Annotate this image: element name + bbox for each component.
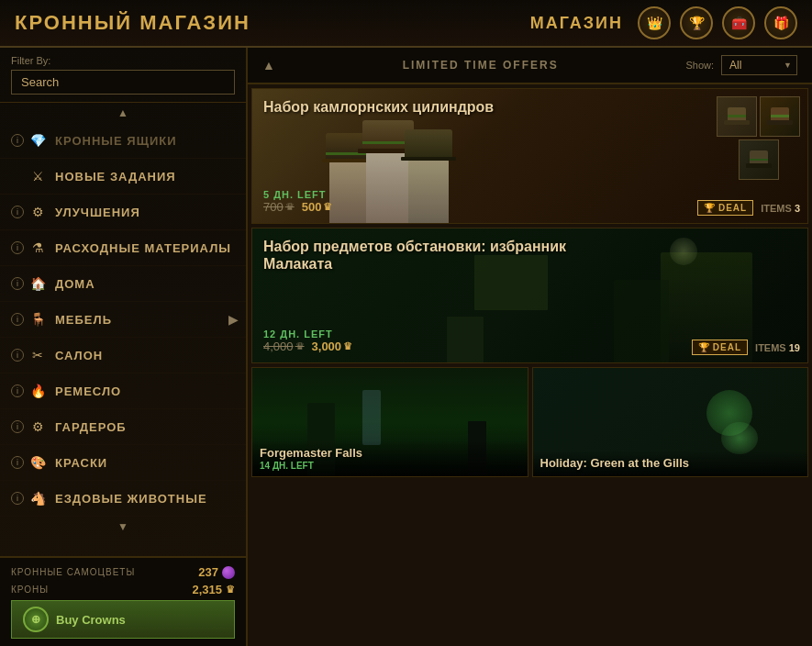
wardrobe-label: ГАРДЕРОБ (55, 420, 127, 434)
buy-crowns-label: Buy Crowns (56, 613, 126, 627)
crafting-icon: 🔥 (28, 381, 48, 401)
buy-crowns-icon: ⊕ (23, 607, 49, 632)
items-count-badge: ITEMS 3 (761, 203, 800, 214)
crown-crates-label: КРОННЫЕ ЯЩИКИ (55, 134, 177, 148)
header-right: МАГАЗИН 👑 🏆 🧰 🎁 (530, 6, 797, 39)
quests-icon: ⚔ (28, 166, 48, 186)
sidebar-filter: Filter By: (0, 48, 246, 103)
crown-crates-icon: 💎 (28, 130, 48, 150)
crown-icon-sale: ♛ (323, 201, 332, 213)
sidebar-item-upgrades[interactable]: i ⚙ УЛУЧШЕНИЯ (0, 195, 246, 230)
items-list: Набор камлорнских цилиндров 5 ДН. LEFT 7… (248, 84, 812, 646)
sidebar-item-mounts[interactable]: i 🐴 ЕЗДОВЫЕ ЖИВОТНЫЕ (0, 481, 246, 517)
mounts-label: ЕЗДОВЫЕ ЖИВОТНЫЕ (55, 492, 207, 506)
item-malakata-pricing: 4,000 ♛ 3,000 ♛ (263, 340, 574, 353)
malakata-deal-badge: 🏆 DEAL (692, 340, 748, 355)
content-header: ▲ LIMITED TIME OFFERS Show: All Featured… (248, 48, 812, 84)
info-icon: i (11, 492, 24, 505)
show-select[interactable]: All Featured New (721, 55, 797, 75)
search-input[interactable] (11, 70, 235, 95)
sidebar-item-wardrobe[interactable]: i ⚙ ГАРДЕРОБ (0, 409, 246, 445)
section-title: LIMITED TIME OFFERS (403, 59, 559, 72)
info-icon: i (11, 420, 24, 433)
info-icon: i (11, 313, 24, 326)
chest-icon-btn[interactable]: 🧰 (722, 6, 755, 39)
wardrobe-icon: ⚙ (28, 417, 48, 437)
consumables-icon: ⚗ (28, 238, 48, 258)
furniture-icon: 🪑 (28, 309, 48, 329)
hat-bundle-badges: 🏆 DEAL ITEMS 3 (697, 200, 800, 216)
deal-badge: 🏆 DEAL (697, 200, 753, 216)
gift-icon-btn[interactable]: 🎁 (764, 6, 797, 39)
store-label: МАГАЗИН (530, 14, 623, 33)
dyes-icon: 🎨 (28, 452, 48, 473)
mini-hat-icon (767, 107, 793, 126)
new-quests-label: НОВЫЕ ЗАДАНИЯ (55, 170, 176, 184)
store-item-holiday-green[interactable]: Holiday: Green at the Gills (532, 367, 809, 477)
item-malakata-name: Набор предметов обстановки: избранник Ма… (263, 238, 574, 273)
crown-store-icon-btn[interactable]: 👑 (638, 6, 671, 39)
crown-icon-original: ♛ (285, 201, 295, 213)
info-icon: i (11, 384, 24, 397)
sidebar-item-consumables[interactable]: i ⚗ РАСХОДНЫЕ МАТЕРИАЛЫ (0, 230, 246, 266)
nav-scroll-down[interactable]: ▼ (0, 517, 246, 537)
sidebar-item-furniture[interactable]: i 🪑 МЕБЕЛЬ ▶ (0, 302, 246, 338)
mounts-icon: 🐴 (28, 488, 48, 508)
holiday-green-content: Holiday: Green at the Gills (533, 451, 808, 476)
nav-scroll-up[interactable]: ▲ (0, 103, 246, 123)
crafting-label: РЕМЕСЛО (55, 384, 121, 398)
hat-bundle-original-price: 700 ♛ (263, 200, 295, 214)
sidebar-item-salon[interactable]: i ✂ САЛОН (0, 338, 246, 373)
upgrades-icon: ⚙ (28, 202, 48, 222)
info-icon: i (11, 134, 24, 147)
sidebar-item-crown-crates[interactable]: i 💎 КРОННЫЕ ЯЩИКИ (0, 123, 246, 159)
crowns-row: КРОНЫ 2,315 ♛ (11, 583, 235, 596)
content-scroll-up[interactable]: ▲ (262, 58, 275, 72)
holiday-green-name: Holiday: Green at the Gills (540, 456, 801, 471)
show-select-wrapper: All Featured New (721, 55, 797, 75)
trophy-deal-icon: 🏆 (704, 203, 716, 213)
salon-icon: ✂ (28, 345, 48, 365)
mini-hat-icon (724, 107, 750, 126)
store-item-forgemaster[interactable]: Forgemaster Falls 14 ДН. LEFT (251, 367, 528, 477)
item-hat-bundle-pricing: 700 ♛ 500 ♛ (263, 200, 574, 214)
sidebar-item-homes[interactable]: i 🏠 ДОМА (0, 266, 246, 302)
mini-hat-icon (746, 150, 772, 169)
small-items-row: Forgemaster Falls 14 ДН. LEFT Holiday: G… (251, 367, 808, 477)
sidebar-nav: ▲ i 💎 КРОННЫЕ ЯЩИКИ i ⚔ НОВЫЕ ЗАДАНИЯ i … (0, 103, 246, 556)
sidebar-item-dyes[interactable]: i 🎨 КРАСКИ (0, 445, 246, 481)
sidebar-item-crafting[interactable]: i 🔥 РЕМЕСЛО (0, 373, 246, 409)
content-area: ▲ LIMITED TIME OFFERS Show: All Featured… (248, 48, 812, 646)
header: КРОННЫЙ МАГАЗИН МАГАЗИН 👑 🏆 🧰 🎁 (0, 0, 812, 48)
store-item-hat-bundle[interactable]: Набор камлорнских цилиндров 5 ДН. LEFT 7… (251, 88, 808, 224)
info-icon: i (11, 456, 24, 469)
crown-symbol: ♛ (226, 584, 235, 596)
trophy-icon: 🏆 (689, 16, 705, 30)
item-hat-bundle-name: Набор камлорнских цилиндров (263, 98, 574, 116)
gems-label: КРОННЫЕ САМОЦВЕТЫ (11, 567, 135, 577)
sidebar-item-new-quests[interactable]: i ⚔ НОВЫЕ ЗАДАНИЯ (0, 159, 246, 195)
store-item-malakata[interactable]: Набор предметов обстановки: избранник Ма… (251, 228, 808, 363)
crown-icon: 👑 (647, 16, 662, 30)
buy-crowns-button[interactable]: ⊕ Buy Crowns (11, 600, 235, 639)
show-filter: Show: All Featured New (685, 55, 797, 75)
dyes-label: КРАСКИ (55, 456, 107, 470)
gems-value: 237 (198, 565, 235, 579)
info-icon: i (11, 206, 24, 218)
malakata-sale-price: 3,000 ♛ (312, 340, 353, 353)
cursor-arrow: ▶ (228, 312, 239, 327)
gift-icon: 🎁 (773, 16, 789, 30)
malakata-items-count: ITEMS 19 (755, 342, 800, 353)
furniture-label: МЕБЕЛЬ (55, 313, 112, 327)
info-icon: i (11, 277, 24, 290)
malakata-badges: 🏆 DEAL ITEMS 19 (692, 340, 800, 355)
crowns-value: 2,315 ♛ (192, 583, 235, 596)
show-label: Show: (685, 60, 714, 71)
consumables-label: РАСХОДНЫЕ МАТЕРИАЛЫ (55, 241, 231, 255)
trophy-icon-btn[interactable]: 🏆 (680, 6, 713, 39)
thumb-hat1 (717, 96, 757, 137)
crown-icon-o: ♛ (295, 340, 305, 352)
sidebar: Filter By: ▲ i 💎 КРОННЫЕ ЯЩИКИ i ⚔ НОВЫЕ… (0, 48, 248, 646)
homes-icon: 🏠 (28, 273, 48, 294)
gem-icon (222, 566, 235, 579)
